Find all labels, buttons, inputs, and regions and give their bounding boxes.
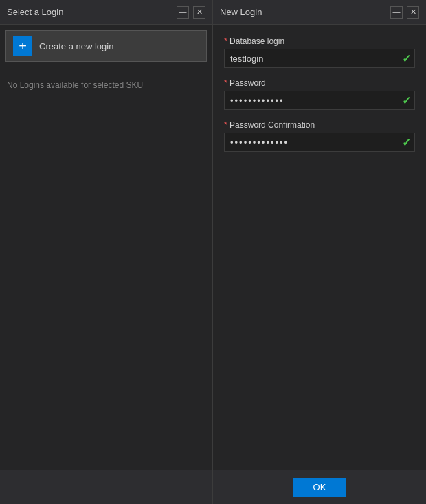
left-close-btn[interactable]: ✕ xyxy=(193,6,205,19)
database-login-label: * Database login xyxy=(224,36,415,46)
ok-button[interactable]: OK xyxy=(293,478,347,497)
divider xyxy=(5,73,207,73)
right-minimize-btn[interactable]: — xyxy=(390,6,403,19)
left-panel-title: Select a Login xyxy=(7,7,63,17)
left-panel-content: + Create a new login No Logins available… xyxy=(0,25,212,470)
right-titlebar: New Login — ✕ xyxy=(213,0,426,25)
required-star-3: * xyxy=(224,119,227,130)
right-panel-content: * Database login ✓ * Password ✓ * Pass xyxy=(213,25,426,470)
right-panel: New Login — ✕ * Database login ✓ * Passw… xyxy=(213,0,426,504)
password-field-group: * Password ✓ xyxy=(224,78,415,110)
left-panel-footer xyxy=(0,470,212,504)
password-confirm-check-icon: ✓ xyxy=(402,136,411,149)
required-star-2: * xyxy=(224,78,227,88)
password-label-text: Password xyxy=(229,78,266,88)
password-confirm-input-wrapper: ✓ xyxy=(224,133,415,152)
database-login-field-group: * Database login ✓ xyxy=(224,36,415,68)
left-titlebar-controls: — ✕ xyxy=(177,6,205,19)
left-minimize-btn[interactable]: — xyxy=(177,6,189,19)
create-login-label: Create a new login xyxy=(39,41,113,51)
password-label: * Password xyxy=(224,78,415,88)
right-panel-title: New Login xyxy=(220,7,262,17)
password-input[interactable] xyxy=(224,91,415,110)
database-login-input[interactable] xyxy=(224,49,415,68)
password-confirm-input[interactable] xyxy=(224,133,415,152)
left-panel: Select a Login — ✕ + Create a new login … xyxy=(0,0,213,504)
right-close-btn[interactable]: ✕ xyxy=(407,6,419,19)
plus-icon: + xyxy=(13,36,32,56)
left-titlebar: Select a Login — ✕ xyxy=(0,0,212,25)
no-logins-message: No Logins available for selected SKU xyxy=(5,78,207,93)
password-confirm-label-text: Password Confirmation xyxy=(229,120,315,130)
password-input-wrapper: ✓ xyxy=(224,91,415,110)
password-confirm-field-group: * Password Confirmation ✓ xyxy=(224,119,415,152)
database-login-input-wrapper: ✓ xyxy=(224,49,415,68)
password-check-icon: ✓ xyxy=(402,94,411,107)
required-star-1: * xyxy=(224,36,227,46)
database-login-check-icon: ✓ xyxy=(402,52,411,65)
right-panel-footer: OK xyxy=(213,470,426,504)
create-login-button[interactable]: + Create a new login xyxy=(5,30,207,62)
right-titlebar-controls: — ✕ xyxy=(390,6,419,19)
database-login-label-text: Database login xyxy=(229,36,284,46)
password-confirm-label: * Password Confirmation xyxy=(224,119,415,130)
